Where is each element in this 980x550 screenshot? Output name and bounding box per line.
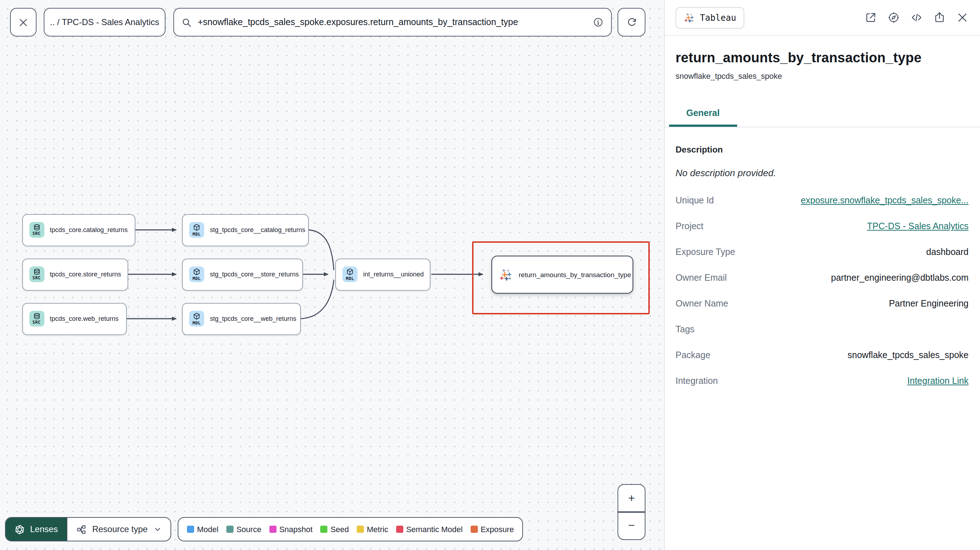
legend-item-seed: Seed: [321, 525, 349, 534]
model-badge: MDL: [189, 266, 204, 282]
node-model-stg-web-returns[interactable]: MDL stg_tpcds_core__web_returns: [182, 302, 301, 335]
tab-general[interactable]: General: [669, 102, 737, 127]
source-swatch: [226, 526, 234, 533]
package-subtitle: snowflake_tpcds_sales_spoke: [676, 72, 969, 80]
legend-item-snapshot: Snapshot: [269, 525, 313, 534]
node-label: stg_tpcds_core__catalog_returns: [210, 226, 305, 234]
node-label: tpcds_core.catalog_returns: [50, 226, 127, 234]
details-list: Unique Id exposure.snowflake_tpcds_sales…: [676, 196, 969, 388]
legend-item-semantic-model: Semantic Model: [396, 525, 463, 534]
semantic-model-swatch: [396, 526, 403, 533]
detail-row-project: Project TPC-DS - Sales Analytics: [676, 221, 969, 234]
description-heading: Description: [676, 145, 969, 155]
node-badge-label: SRC: [33, 275, 41, 280]
compass-icon[interactable]: [888, 11, 900, 24]
node-source-web-returns[interactable]: SRC tpcds_core.web_returns: [22, 302, 126, 335]
node-badge-label: MDL: [193, 276, 201, 281]
cube-icon: [346, 268, 354, 276]
exposure-type-value: dashboard: [926, 247, 969, 257]
integration-link[interactable]: Integration Link: [907, 376, 969, 386]
page-title: return_amounts_by_transaction_type: [676, 50, 969, 66]
unique-id-link[interactable]: exposure.snowflake_tpcds_sales_spoke...: [801, 196, 969, 205]
owner-name-value: Partner Engineering: [889, 299, 969, 308]
zoom-out-button[interactable]: −: [618, 513, 645, 540]
panel-tabs: General: [665, 102, 980, 127]
owner-email-value: partner_engineering@dbtlabs.com: [831, 273, 969, 283]
legend-item-exposure: Exposure: [471, 525, 514, 534]
zoom-in-button[interactable]: +: [618, 485, 645, 512]
search-icon: [181, 17, 192, 27]
resource-type-icon: [76, 524, 86, 535]
detail-row-unique-id: Unique Id exposure.snowflake_tpcds_sales…: [676, 196, 969, 208]
search-input[interactable]: [198, 17, 587, 27]
detail-row-owner-email: Owner Email partner_engineering@dbtlabs.…: [676, 273, 969, 285]
database-icon: [33, 224, 40, 230]
lenses-button[interactable]: Lenses: [6, 518, 66, 541]
database-icon: [33, 269, 40, 275]
share-icon[interactable]: [934, 11, 946, 24]
tableau-icon: [499, 267, 513, 282]
detail-row-exposure-type: Exposure Type dashboard: [676, 247, 969, 259]
integration-badge[interactable]: Tableau: [676, 7, 744, 28]
node-label: int_returns__unioned: [363, 271, 424, 278]
resource-type-label: Resource type: [92, 524, 148, 534]
close-icon: [18, 17, 29, 27]
detail-row-owner-name: Owner Name Partner Engineering: [676, 299, 969, 311]
cube-icon: [193, 312, 200, 320]
details-panel: Tableau return_amounts_by_transaction_ty…: [664, 0, 980, 550]
description-empty-text: No description provided.: [676, 168, 969, 178]
resource-type-dropdown[interactable]: Resource type: [66, 518, 170, 541]
model-swatch: [187, 526, 194, 533]
model-badge: MDL: [189, 311, 204, 327]
detail-row-tags: Tags: [676, 324, 969, 337]
detail-row-package: Package snowflake_tpcds_sales_spoke: [676, 350, 969, 362]
breadcrumb[interactable]: .. / TPC-DS - Sales Analytics: [44, 8, 165, 37]
lenses-pill: Lenses Resource type: [5, 517, 171, 541]
zoom-controls: + −: [617, 484, 646, 540]
seed-swatch: [321, 526, 328, 533]
node-label: stg_tpcds_core__web_returns: [210, 315, 296, 322]
panel-header: Tableau: [665, 0, 980, 36]
close-panel-icon[interactable]: [956, 11, 969, 24]
legend-item-source: Source: [226, 525, 261, 534]
code-icon[interactable]: [910, 11, 923, 24]
refresh-icon: [626, 16, 637, 28]
open-in-new-icon[interactable]: [865, 11, 877, 24]
lineage-canvas[interactable]: SRC tpcds_core.catalog_returns SRC tpcds…: [0, 0, 664, 550]
lenses-label: Lenses: [30, 524, 58, 534]
cube-icon: [193, 268, 200, 276]
node-label: return_amounts_by_transaction_type: [519, 271, 631, 278]
aperture-icon: [14, 524, 25, 535]
node-model-int-returns-unioned[interactable]: MDL int_returns__unioned: [335, 258, 431, 290]
database-icon: [33, 313, 40, 320]
node-source-store-returns[interactable]: SRC tpcds_core.store_returns: [22, 258, 128, 290]
node-label: tpcds_core.store_returns: [50, 271, 121, 278]
refresh-button[interactable]: [617, 8, 646, 37]
node-source-catalog-returns[interactable]: SRC tpcds_core.catalog_returns: [22, 214, 135, 246]
close-lineage-button[interactable]: [10, 8, 37, 37]
node-badge-label: MDL: [193, 231, 201, 236]
node-badge-label: SRC: [33, 320, 41, 324]
node-label: stg_tpcds_core__store_returns: [210, 271, 299, 278]
exposure-swatch: [471, 526, 478, 533]
project-link[interactable]: TPC-DS - Sales Analytics: [867, 221, 969, 231]
node-exposure-return-amounts[interactable]: return_amounts_by_transaction_type: [492, 256, 633, 294]
snapshot-swatch: [269, 526, 277, 533]
info-icon[interactable]: [592, 16, 604, 28]
node-badge-label: MDL: [193, 320, 201, 325]
resource-legend: Model Source Snapshot Seed Metric Semant…: [178, 517, 523, 541]
package-value: snowflake_tpcds_sales_spoke: [848, 350, 969, 360]
lineage-search: [173, 8, 612, 37]
cube-icon: [193, 223, 200, 231]
node-badge-label: SRC: [33, 230, 41, 235]
panel-body: Description No description provided. Uni…: [665, 127, 980, 388]
node-label: tpcds_core.web_returns: [50, 315, 119, 322]
source-badge: SRC: [29, 266, 44, 282]
node-model-stg-catalog-returns[interactable]: MDL stg_tpcds_core__catalog_returns: [182, 214, 309, 246]
source-badge: SRC: [29, 222, 44, 238]
panel-actions: [865, 11, 969, 24]
tableau-icon: [683, 12, 695, 23]
integration-badge-label: Tableau: [700, 13, 736, 22]
node-model-stg-store-returns[interactable]: MDL stg_tpcds_core__store_returns: [182, 258, 303, 290]
legend-item-metric: Metric: [357, 525, 388, 534]
